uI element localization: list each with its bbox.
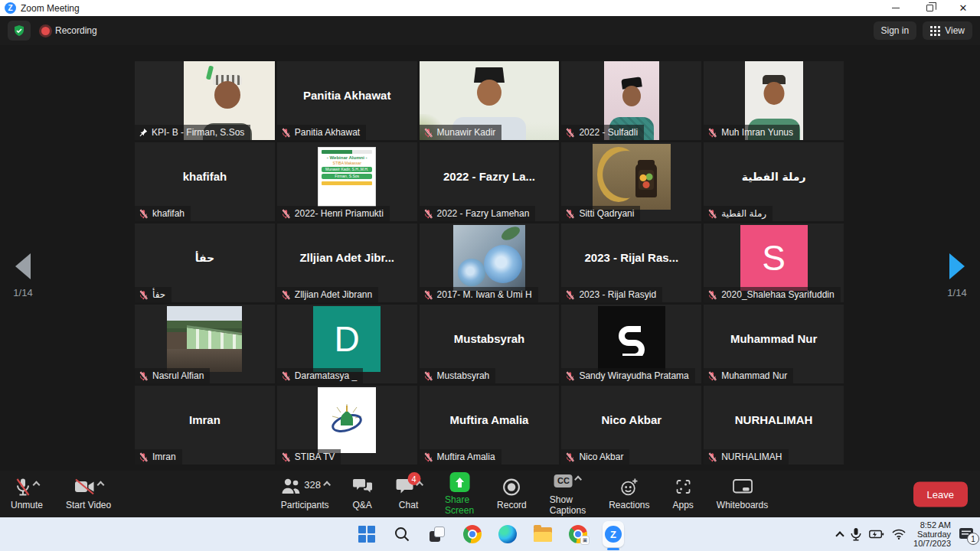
system-tray: 8:52 AM Saturday 10/7/2023 1 (837, 517, 974, 551)
taskbar-chrome-app-button[interactable]: ▣ (567, 523, 589, 545)
tray-microphone-icon[interactable] (851, 527, 861, 541)
toolbar-share-screen-button[interactable]: Share Screen (445, 472, 474, 516)
muted-mic-icon (707, 452, 717, 462)
security-button[interactable] (8, 21, 31, 41)
participant-tile[interactable]: 2023 - Rijal Ras... 2023 - Rijal Rasyid (561, 223, 701, 302)
participant-tile[interactable]: Muh Imran Yunus (704, 61, 844, 140)
toolbar-whiteboards-button[interactable]: Whiteboards (717, 478, 768, 510)
participant-name-label: 2022 - Sulfadli (561, 125, 644, 140)
participant-tile[interactable]: - Webinar Alumni -STIBA Makassar Munawir… (277, 142, 417, 221)
clock-day: Saturday (913, 530, 951, 539)
restore-icon (926, 5, 933, 11)
toolbar-apps-button[interactable]: Apps (673, 478, 694, 510)
reactions-icon (619, 478, 639, 499)
chevron-up-icon[interactable] (96, 481, 104, 489)
zoom-meeting-window: Z Zoom Meeting ✕ Recording Sign in (0, 0, 980, 551)
hidden-icons-chevron-icon[interactable] (835, 531, 844, 540)
zoom-taskbar-active: Z (603, 521, 624, 547)
taskbar-search-button[interactable] (391, 523, 413, 545)
participant-tile[interactable]: Nasrul Alfian (135, 305, 275, 383)
leave-button[interactable]: Leave (913, 481, 968, 507)
participant-tile[interactable]: STIBA TV (277, 386, 417, 465)
participant-name-label: Nico Akbar (561, 449, 629, 465)
toolbar-button-label: Unmute (11, 500, 43, 510)
toolbar-unmute-button[interactable]: Unmute (11, 478, 43, 510)
participant-tile[interactable]: Nico Akbar Nico Akbar (561, 386, 701, 465)
participant-tile[interactable]: 2017- M. Iwan & Umi H (420, 223, 560, 302)
participant-tile[interactable]: 2022 - Sulfadli (561, 61, 701, 140)
taskbar-start-button[interactable] (356, 523, 377, 545)
toolbar-show-captions-button[interactable]: CCShow Captions (550, 472, 586, 516)
participant-display-name: Nico Akbar (561, 386, 701, 454)
participant-name-text: Sitti Qadryani (579, 208, 634, 219)
taskbar-app-icons: ▣Z (356, 517, 624, 551)
recording-indicator[interactable]: Recording (41, 25, 97, 36)
gallery-stage: 1/14 1/14 KPI- B - Firman, S.SosPanitia … (0, 45, 980, 471)
participant-tile[interactable]: حفأ حفأ (135, 223, 275, 302)
participant-tile[interactable]: 2022 - Fazry La... 2022 - Fazry Lamehan (420, 142, 560, 221)
participant-display-name: رملة الفطية (704, 142, 844, 210)
qa-icon (352, 478, 372, 497)
toolbar-button-label: Show Captions (550, 494, 586, 516)
chevron-up-icon[interactable] (32, 481, 40, 489)
participant-name-label: Sandy Wirayudha Pratama (561, 368, 694, 383)
participant-tile[interactable]: Muhammad Nur Muhammad Nur (704, 305, 844, 383)
participant-tile[interactable]: S 2020_Shalehaa Syarifuddin (704, 223, 844, 302)
maximize-button[interactable] (913, 0, 946, 16)
taskbar-chrome-button[interactable] (462, 523, 483, 545)
notification-center-button[interactable]: 1 (959, 527, 974, 541)
participant-tile[interactable]: Zlljian Adet Jibr... Zlljian Adet Jibran… (277, 223, 417, 302)
previous-page-arrow-icon[interactable] (15, 253, 31, 279)
minimize-button[interactable] (879, 0, 913, 16)
file-explorer-icon (534, 527, 552, 542)
participant-tile[interactable]: D Daramatasya _ (277, 305, 417, 383)
muted-mic-icon (423, 371, 433, 381)
participant-tile[interactable]: KPI- B - Firman, S.Sos (135, 61, 275, 140)
toolbar-participants-button[interactable]: 328Participants (280, 478, 329, 510)
previous-page-control[interactable]: 1/14 (0, 253, 46, 298)
taskbar-clock[interactable]: 8:52 AM Saturday 10/7/2023 (913, 520, 951, 548)
toolbar-qa-button[interactable]: Q&A (352, 478, 372, 510)
participant-tile[interactable]: NURHALIMAH NURHALIMAH (704, 386, 844, 465)
participant-name-text: 2022 - Fazry Lamehan (437, 208, 530, 219)
participant-tile[interactable]: Muftira Amalia Muftira Amalia (420, 386, 560, 465)
participant-name-text: رملة الفطية (721, 208, 766, 219)
taskbar-zoom-button[interactable]: Z (603, 523, 624, 545)
webinar-poster-image: - Webinar Alumni -STIBA Makassar Munawir… (318, 147, 376, 207)
next-page-arrow-icon[interactable] (949, 253, 965, 279)
participant-name-text: Mustabsyrah (437, 370, 490, 381)
participant-tile[interactable]: Munawir Kadir (420, 61, 560, 140)
participant-tile[interactable]: رملة الفطية رملة الفطية (704, 142, 844, 221)
zoom-app-icon: Z (605, 526, 622, 543)
toolbar-start-video-button[interactable]: Start Video (66, 478, 111, 510)
tray-battery-icon[interactable] (869, 529, 884, 540)
muted-mic-icon (565, 209, 575, 219)
participant-name-label: 2017- M. Iwan & Umi H (420, 287, 538, 302)
toolbar-record-button[interactable]: Record (497, 478, 527, 510)
taskbar-task-view-button[interactable] (426, 523, 448, 545)
chevron-up-icon[interactable] (323, 481, 331, 489)
grid-view-icon (930, 26, 940, 36)
toolbar-button-label: Apps (673, 500, 694, 510)
view-button[interactable]: View (923, 21, 972, 40)
participant-tile[interactable]: Panitia Akhawat Panitia Akhawat (277, 61, 417, 140)
close-button[interactable]: ✕ (946, 0, 980, 16)
participant-tile[interactable]: Imran Imran (135, 386, 275, 465)
toolbar-reactions-button[interactable]: Reactions (609, 478, 649, 510)
tray-wifi-icon[interactable] (892, 529, 906, 540)
taskbar-edge-button[interactable] (497, 523, 518, 545)
toolbar-chat-button[interactable]: 4Chat (395, 478, 422, 510)
participant-tile[interactable]: Sandy Wirayudha Pratama (561, 305, 701, 383)
taskbar-file-explorer-button[interactable] (532, 523, 554, 545)
participant-tile[interactable]: Mustabsyrah Mustabsyrah (420, 305, 560, 383)
start-button-icon (358, 526, 375, 543)
participant-display-name: Imran (135, 386, 275, 454)
next-page-control[interactable]: 1/14 (934, 253, 980, 298)
sign-in-button[interactable]: Sign in (874, 21, 917, 40)
participant-name-label: Imran (135, 449, 182, 465)
participant-tile[interactable]: khafifah khafifah (135, 142, 275, 221)
participant-display-name: 2023 - Rijal Ras... (561, 223, 701, 292)
chevron-up-icon[interactable] (574, 476, 582, 484)
participant-name-label: Mustabsyrah (420, 368, 496, 383)
participant-tile[interactable]: Sitti Qadryani (561, 142, 701, 221)
